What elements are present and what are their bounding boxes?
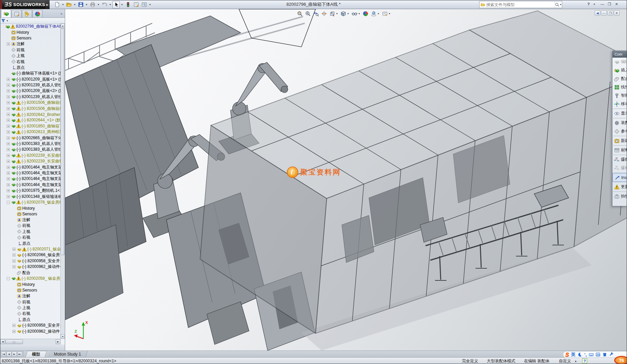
close-button[interactable]: ✕ [614,1,620,7]
flyout-item-insert[interactable]: 插入零部件 [612,66,627,74]
apply-scene-button[interactable]: ▼ [370,10,381,17]
ime-skin-icon[interactable] [602,352,607,357]
tree-item[interactable]: 右视 [0,311,60,316]
tree-item[interactable]: +(-) 82002644_<1> (默 [0,117,60,123]
flyout-item-update[interactable]: 更新 [612,183,627,191]
tree-item[interactable]: +(-) 82001464_电主轴支架 [0,182,60,188]
expand-icon[interactable]: + [7,101,10,104]
flyout-item-show[interactable]: 显示隐藏的零部件 [612,109,627,118]
expand-icon[interactable]: + [7,42,10,46]
status-help-icon[interactable]: ? [582,358,587,363]
tree-item[interactable]: +(-) 82001464_电主轴支架 [0,170,60,176]
tree-item[interactable]: 原点 [0,240,60,246]
flyout-header[interactable]: Com [612,51,627,58]
scroll-down-icon[interactable]: ▼ [61,334,65,339]
tree-item[interactable]: 上视 [0,229,60,235]
undo-button[interactable] [101,1,108,8]
expand-icon[interactable]: + [7,130,10,133]
expand-icon[interactable]: + [7,113,10,116]
tree-item[interactable]: History [0,281,60,287]
view-settings-caret-icon[interactable]: ▼ [388,12,391,15]
flyout-item-motion[interactable]: 新建运动算例 [612,136,627,145]
tab-configurationmanager[interactable] [22,10,32,18]
display-style-button[interactable]: ▼ [339,10,350,17]
open-caret-icon[interactable]: ▼ [73,1,76,8]
expand-icon[interactable]: + [7,177,10,180]
custom-dropdown[interactable]: 自定义 ▲ [559,358,577,364]
tree-item[interactable]: 前视 [0,299,60,305]
ime-language-toggle[interactable]: 英 [571,352,575,358]
tree-item[interactable]: +(-) 82001383_机器人管线 [0,147,60,152]
expand-icon[interactable]: + [7,166,10,169]
tab-model[interactable]: 模型 [25,351,47,357]
flyout-item-fastener[interactable]: 智能扣件 [612,91,627,100]
expand-icon[interactable]: + [7,125,10,128]
expand-icon[interactable]: + [7,172,10,175]
tree-vertical-scrollbar[interactable]: ▲ ▼ [60,24,65,339]
flyout-item-explode[interactable]: 爆炸视图 [612,155,627,164]
tree-filter-bar[interactable]: ▼ [0,18,65,24]
tree-item[interactable]: 82002796_曲轴箱下体A线 [0,24,60,29]
minimize-button[interactable]: — [599,1,605,7]
tree-item[interactable]: +(-) 82000958_安全开关 [0,323,60,328]
expand-icon[interactable]: + [7,78,10,81]
expand-icon[interactable]: + [12,248,16,251]
next-tab-icon[interactable]: ▶ [12,352,17,357]
tree-item[interactable]: 配合 [0,270,60,275]
tree-item[interactable]: -(-) 82002058_ 钣金房 [0,276,60,281]
menu-expand-arrow-icon[interactable]: ▶ [45,0,50,9]
expand-icon[interactable]: + [7,107,10,110]
tree-item[interactable]: 原点 [0,317,60,323]
previous-view-button[interactable] [312,10,320,17]
tree-item[interactable]: +(-) 82002613_两种框架 [0,129,60,135]
expand-icon[interactable]: + [7,95,10,98]
tree-item[interactable]: +(-) 82002071_钣金 [0,246,60,252]
tree-item[interactable]: 前视 [0,47,60,53]
ime-settings-wrench-icon[interactable] [609,352,614,357]
zoom-area-button[interactable] [304,10,312,17]
flyout-item-asmfeat[interactable]: 装配体特征 [612,119,627,127]
flyout-item-move[interactable]: 移动零部件 [612,100,627,108]
tree-item[interactable]: +注解 [0,41,60,47]
ime-moon-icon[interactable] [577,352,582,357]
options-button[interactable] [140,1,148,8]
tree-item[interactable]: +(-) 82000962_操动件 [0,328,60,334]
3d-viewport[interactable]: 聚宝资料网 X Z [65,9,627,351]
tree-item[interactable]: +(-) 82001506_曲轴箱体 [0,105,60,111]
tree-item[interactable]: +(-) 82002665_曲轴箱下体 [0,135,60,141]
tree-item[interactable]: -(-) 82002076_钣金房组 [0,200,60,205]
help-caret-icon[interactable]: ▼ [593,1,596,7]
performance-badge[interactable]: 76 [614,356,627,364]
ime-punctuation-toggle[interactable]: ’, [584,352,587,357]
save-caret-icon[interactable]: ▼ [85,1,88,8]
tab-propertymanager[interactable] [11,10,22,18]
flyout-item-refgeo[interactable]: 参考几何图形 [612,127,627,135]
tree-horizontal-scrollbar[interactable]: ◀ ||| ▶ [0,339,61,344]
expand-icon[interactable]: + [7,160,10,163]
tree-item[interactable]: +(-) 82002066_钣金房 [0,252,60,258]
expand-icon[interactable]: + [7,195,10,198]
tree-item[interactable]: Sensors [0,287,60,293]
tree-item[interactable]: 右视 [0,59,60,64]
properties-button[interactable] [132,1,140,8]
flyout-item-pattern[interactable]: 线性零部件阵列 [612,83,627,91]
expand-icon[interactable]: + [7,136,10,140]
tree-item[interactable]: +(-) 82001239_机器人管线 [0,94,60,100]
select-button[interactable] [112,1,120,8]
tab-motion-study[interactable]: Motion Study 1 [48,351,88,357]
prev-tab-icon[interactable]: ◀ [6,352,11,357]
flyout-item-snapshot[interactable]: 拍快照 [612,192,627,201]
tree-item[interactable]: 原点 [0,65,60,70]
tree-item[interactable]: 前视 [0,223,60,229]
edit-appearance-button[interactable] [362,10,370,17]
tree-item[interactable]: +(-) 82001506_曲轴箱体 [0,100,60,105]
tree-item[interactable]: +(-) 82002239_长安曲轴 [0,158,60,164]
tree-item[interactable]: History [0,205,60,211]
horizontal-scroll-thumb[interactable]: ||| [5,339,23,344]
filter-caret-icon[interactable]: ▼ [6,20,8,22]
tree-item[interactable]: +(-) 82001464_电主轴支架 [0,164,60,170]
tree-item[interactable]: (-) 曲轴箱下体底板<1> (默 [0,70,60,76]
expand-icon[interactable]: + [7,148,10,151]
first-tab-icon[interactable]: |◀ [1,352,6,357]
scroll-left-icon[interactable]: ◀ [0,339,5,344]
